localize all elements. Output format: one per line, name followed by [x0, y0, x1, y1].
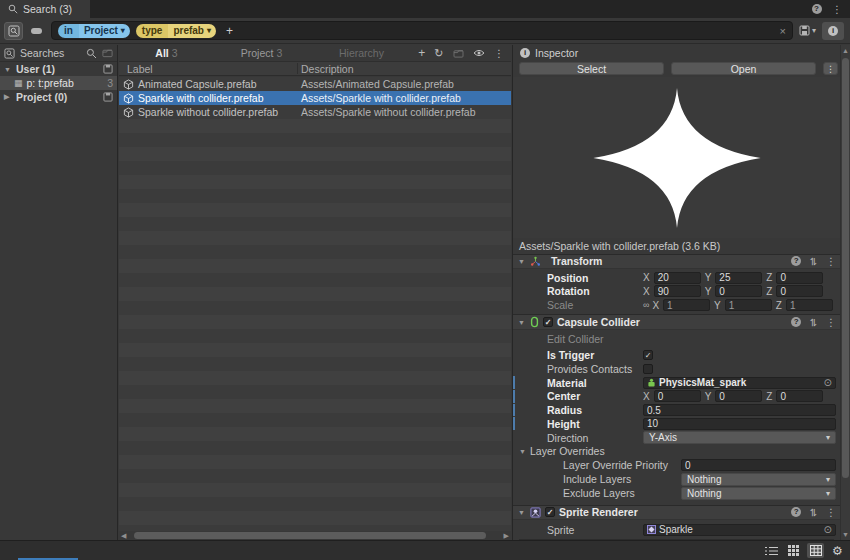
foldout-open-icon[interactable]: ▼	[518, 258, 526, 265]
position-y-input[interactable]	[715, 272, 762, 284]
horizontal-scrollbar[interactable]: ◀ ▶	[119, 531, 511, 540]
help-icon[interactable]: ?	[791, 256, 801, 266]
settings-gear-icon[interactable]: ⚙	[829, 543, 846, 558]
help-icon[interactable]: ?	[791, 507, 801, 517]
grid-view-icon[interactable]	[785, 543, 802, 558]
chevron-down-icon[interactable]: ▾	[207, 26, 211, 35]
inspector-toggle-button[interactable]: i	[822, 22, 844, 40]
sidebar-group-user[interactable]: ▼ User (1)	[0, 62, 117, 76]
result-row[interactable]: Sparkle without collider.prefab Assets/S…	[119, 105, 511, 119]
vertical-scrollbar[interactable]: ▲ ▼	[840, 45, 850, 540]
scroll-left-icon[interactable]: ◀	[119, 532, 128, 540]
search-icon[interactable]	[86, 48, 97, 59]
scrollbar-thumb[interactable]	[134, 532, 485, 539]
component-menu-icon[interactable]: ⋮	[826, 316, 837, 328]
height-input[interactable]	[643, 418, 836, 430]
save-search-button[interactable]: ▾	[799, 25, 816, 36]
refresh-icon[interactable]: ↻	[434, 47, 443, 60]
auto-refresh-icon[interactable]	[453, 49, 464, 58]
field-label: Direction	[547, 432, 643, 444]
column-label[interactable]: Label	[119, 63, 297, 75]
exclude-layers-dropdown[interactable]: Nothing ▾	[681, 487, 836, 500]
scroll-up-icon[interactable]: ▲	[842, 47, 849, 54]
foldout-closed-icon[interactable]: ▶	[4, 93, 12, 101]
filter-pill-type[interactable]: type prefab▾	[136, 24, 216, 38]
foldout-open-icon[interactable]: ▼	[518, 319, 526, 326]
sidebar-item-saved-query[interactable]: ▦ p: t:prefab 3	[0, 76, 117, 90]
rotation-y-input[interactable]	[715, 285, 762, 297]
result-row[interactable]: Animated Capsule.prefab Assets/Animated …	[119, 77, 511, 91]
link-scale-icon[interactable]: ∞	[643, 300, 649, 310]
search-picker-button[interactable]	[4, 22, 23, 40]
search-input[interactable]: in Project▾ type prefab▾ + ×	[51, 21, 793, 40]
sidebar-group-project[interactable]: ▶ Project (0)	[0, 90, 117, 104]
import-search-icon[interactable]	[102, 48, 113, 58]
save-icon[interactable]	[103, 92, 113, 102]
chevron-down-icon[interactable]: ▾	[812, 26, 816, 35]
inspector-menu-button[interactable]: ⋮	[823, 62, 838, 75]
provides-contacts-checkbox[interactable]	[643, 364, 653, 374]
center-y-input[interactable]	[715, 390, 762, 402]
center-x-input[interactable]	[654, 390, 701, 402]
presets-icon[interactable]: ⇌	[808, 257, 819, 265]
results-column-header[interactable]: Label Description	[119, 62, 511, 76]
object-picker-icon[interactable]: ⊙	[824, 524, 832, 535]
column-description[interactable]: Description	[297, 63, 354, 75]
transform-component-header[interactable]: ▼ Transform ? ⇌ ⋮	[513, 254, 840, 270]
foldout-open-icon[interactable]: ▼	[519, 448, 527, 455]
query-builder-toggle-button[interactable]	[27, 22, 46, 40]
scale-y-input[interactable]	[725, 299, 772, 311]
help-icon[interactable]: ?	[812, 4, 822, 14]
clear-search-icon[interactable]: ×	[780, 25, 786, 37]
material-object-field[interactable]: PhysicsMat_spark ⊙	[643, 377, 836, 389]
component-enabled-checkbox[interactable]: ✓	[543, 317, 553, 327]
open-button[interactable]: Open	[671, 62, 816, 75]
is-trigger-checkbox[interactable]: ✓	[643, 350, 653, 360]
results-menu-icon[interactable]: ⋮	[494, 47, 505, 59]
scale-z-input[interactable]	[786, 299, 833, 311]
add-filter-icon[interactable]: +	[226, 24, 233, 38]
tab-all[interactable]: All3	[119, 47, 214, 59]
layer-overrides-foldout[interactable]: ▼ Layer Overrides	[513, 445, 840, 458]
presets-icon[interactable]: ⇌	[808, 318, 819, 326]
scale-x-input[interactable]	[663, 299, 710, 311]
sprite-object-field[interactable]: Sparkle ⊙	[643, 524, 836, 536]
window-menu-icon[interactable]: ⋮	[832, 3, 843, 15]
direction-dropdown[interactable]: Y-Axis ▾	[643, 431, 836, 444]
position-x-input[interactable]	[654, 272, 701, 284]
component-menu-icon[interactable]: ⋮	[826, 255, 837, 267]
radius-input[interactable]	[643, 404, 836, 416]
list-view-icon[interactable]	[763, 543, 780, 558]
presets-icon[interactable]: ⇌	[808, 508, 819, 516]
scroll-down-icon[interactable]: ▼	[842, 531, 849, 538]
component-menu-icon[interactable]: ⋮	[826, 506, 837, 518]
position-z-input[interactable]	[776, 272, 823, 284]
axis-z-label: Z	[776, 300, 782, 311]
scroll-right-icon[interactable]: ▶	[502, 532, 511, 540]
save-icon[interactable]	[103, 64, 113, 74]
eye-icon[interactable]	[473, 49, 485, 57]
object-picker-icon[interactable]: ⊙	[824, 377, 832, 388]
chevron-down-icon[interactable]: ▾	[121, 26, 125, 35]
rotation-z-input[interactable]	[776, 285, 823, 297]
table-view-icon[interactable]	[807, 543, 824, 558]
result-row-selected[interactable]: Sparkle with collider.prefab Assets/Spar…	[119, 91, 511, 105]
select-button[interactable]: Select	[519, 62, 664, 75]
center-z-input[interactable]	[776, 390, 823, 402]
scrollbar-thumb[interactable]	[842, 58, 849, 478]
filter-pill-in[interactable]: in Project▾	[58, 24, 130, 38]
capsule-collider-header[interactable]: ▼ ✓ Capsule Collider ? ⇌ ⋮	[513, 314, 840, 330]
foldout-open-icon[interactable]: ▼	[4, 66, 12, 73]
add-tab-icon[interactable]: +	[418, 46, 425, 60]
help-icon[interactable]: ?	[791, 317, 801, 327]
sprite-renderer-header[interactable]: ▼ ✓ Sprite Renderer ? ⇌ ⋮	[513, 505, 840, 521]
tab-project[interactable]: Project3	[214, 47, 309, 59]
rotation-x-input[interactable]	[654, 285, 701, 297]
window-tab[interactable]: Search (3)	[0, 0, 90, 18]
component-enabled-checkbox[interactable]: ✓	[545, 507, 555, 517]
include-layers-dropdown[interactable]: Nothing ▾	[681, 473, 836, 486]
foldout-open-icon[interactable]: ▼	[518, 509, 526, 516]
layer-override-priority-input[interactable]	[681, 459, 836, 471]
tab-hierarchy[interactable]: Hierarchy	[309, 47, 414, 59]
column-divider[interactable]	[297, 63, 298, 74]
